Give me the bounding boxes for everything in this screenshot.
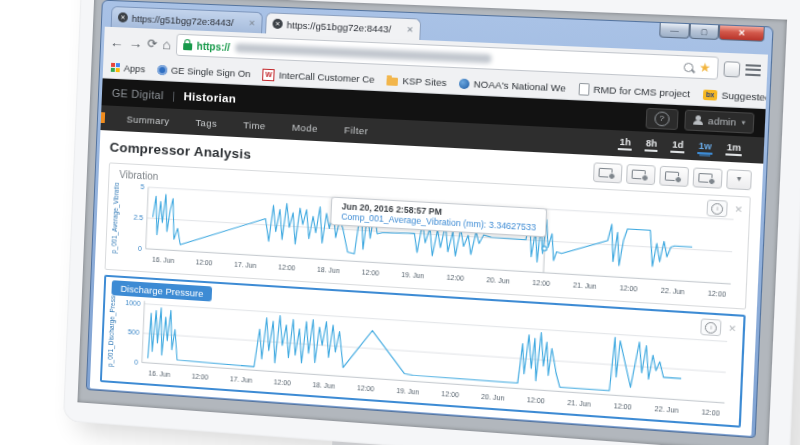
nav-active-marker (101, 112, 105, 123)
tab-close-icon[interactable]: ✕ (248, 18, 255, 27)
monitor-tilt-wrapper: ✕ https://g51bgg72e:8443/ ✕ ✕ https://g5… (0, 0, 800, 445)
chart-tool-button-1[interactable] (593, 162, 623, 183)
svg-text:12:00: 12:00 (708, 289, 727, 297)
bookmark-suggested-sites[interactable]: bxSuggested Sites (703, 88, 768, 104)
tab-title: https://g51bgg72e:8443/ (286, 19, 402, 35)
browser-body: ← → ⟳ ⌂ https:// ★ (90, 27, 768, 436)
minimize-button[interactable]: — (659, 23, 690, 39)
svg-text:12:00: 12:00 (701, 408, 720, 416)
back-button[interactable]: ← (110, 35, 124, 50)
brand-ge-digital: GE Digital (112, 86, 164, 100)
nav-item-tags[interactable]: Tags (195, 117, 217, 129)
page-content: Compressor Analysis ▾ Vibration i ✕ (90, 130, 763, 428)
blurred-url-text (235, 43, 492, 63)
home-button[interactable]: ⌂ (162, 37, 171, 51)
chevron-down-icon: ▾ (741, 118, 745, 127)
time-range-1w[interactable]: 1w (697, 140, 713, 154)
browser-window: ✕ https://g51bgg72e:8443/ ✕ ✕ https://g5… (86, 0, 774, 438)
svg-text:12:00: 12:00 (614, 402, 633, 410)
search-icon[interactable] (684, 62, 694, 72)
svg-text:1000: 1000 (125, 299, 141, 307)
nav-item-time[interactable]: Time (243, 119, 266, 131)
monitor-bezel: ✕ https://g51bgg72e:8443/ ✕ ✕ https://g5… (63, 0, 800, 445)
time-range-1h[interactable]: 1h (618, 137, 632, 151)
bookmark-label: Apps (124, 62, 146, 74)
bookmark-apps[interactable]: Apps (111, 62, 146, 75)
https-lock-icon (183, 43, 192, 50)
close-panel-icon[interactable]: ✕ (734, 204, 743, 215)
screen-desktop: ✕ https://g51bgg72e:8443/ ✕ ✕ https://g5… (77, 0, 787, 445)
chart-tool-button-2[interactable] (626, 163, 656, 184)
svg-text:500: 500 (128, 329, 140, 337)
svg-text:12:00: 12:00 (446, 273, 464, 281)
apps-grid-icon (111, 63, 120, 72)
svg-text:21. Jun: 21. Jun (567, 399, 591, 408)
svg-text:12:00: 12:00 (527, 396, 545, 404)
close-window-button[interactable]: ✕ (718, 25, 764, 42)
svg-text:21. Jun: 21. Jun (573, 281, 597, 290)
svg-text:12:00: 12:00 (357, 384, 375, 392)
svg-text:12:00: 12:00 (196, 258, 214, 266)
intercall-w-icon: W (262, 68, 275, 81)
svg-text:22. Jun: 22. Jun (661, 286, 686, 295)
tab-close-icon[interactable]: ✕ (406, 25, 413, 34)
svg-text:12:00: 12:00 (362, 268, 380, 276)
bookmark-label: KSP Sites (402, 75, 447, 88)
time-range-1d[interactable]: 1d (671, 139, 685, 153)
svg-text:12:00: 12:00 (619, 284, 638, 292)
bookmark-star-icon[interactable]: ★ (699, 61, 711, 74)
scatter-chart-settings-icon (665, 171, 679, 181)
nav-item-mode[interactable]: Mode (292, 122, 318, 134)
svg-text:18. Jun: 18. Jun (312, 381, 335, 390)
nav-item-filter[interactable]: Filter (344, 124, 369, 136)
svg-text:12:00: 12:00 (441, 390, 459, 398)
nav-item-summary[interactable]: Summary (126, 113, 169, 126)
time-range-1m[interactable]: 1m (725, 142, 742, 156)
brand-divider: | (172, 89, 176, 101)
bookmark-label: RMD for CMS project (593, 84, 690, 100)
svg-text:18. Jun: 18. Jun (317, 265, 340, 273)
document-icon (578, 82, 589, 95)
menu-hamburger-icon[interactable] (745, 64, 761, 76)
photo-background: ✕ https://g51bgg72e:8443/ ✕ ✕ https://g5… (0, 0, 800, 445)
svg-text:12:00: 12:00 (532, 279, 551, 287)
bookmark-rmd-for-cms-project[interactable]: RMD for CMS project (578, 82, 690, 100)
svg-text:19. Jun: 19. Jun (401, 271, 425, 279)
forward-button[interactable]: → (128, 36, 142, 51)
info-icon: i (711, 202, 723, 214)
chart-tool-button-3[interactable] (659, 165, 689, 186)
help-icon: ? (654, 111, 670, 126)
url-protocol: https:// (197, 40, 231, 52)
svg-text:19. Jun: 19. Jun (396, 387, 419, 396)
trend-chart-settings-icon (598, 167, 612, 177)
chart-tool-button-4[interactable] (693, 167, 723, 188)
historian-favicon: ✕ (272, 19, 283, 30)
page-title: Compressor Analysis (109, 139, 251, 161)
brand-historian: Historian (183, 90, 236, 105)
bookmark-ksp-sites[interactable]: KSP Sites (387, 74, 447, 88)
bookmark-label: GE Single Sign On (171, 65, 251, 80)
bookmark-intercall-customer-ce[interactable]: WInterCall Customer Ce (262, 68, 374, 85)
reload-button[interactable]: ⟳ (147, 37, 157, 49)
help-button[interactable]: ? (645, 107, 678, 129)
svg-text:16. Jun: 16. Jun (148, 369, 171, 377)
extension-icon[interactable] (723, 61, 740, 77)
noaa-globe-icon (459, 78, 470, 89)
bookmark-noaa-s-national-we[interactable]: NOAA's National We (459, 78, 566, 94)
chart-toolbar-expand-button[interactable]: ▾ (726, 169, 752, 190)
bookmark-label: InterCall Customer Ce (279, 69, 375, 84)
maximize-button[interactable]: ▢ (689, 24, 719, 40)
info-button[interactable]: i (701, 318, 722, 336)
user-avatar-icon (693, 115, 703, 125)
svg-text:17. Jun: 17. Jun (230, 375, 253, 383)
time-range-8h[interactable]: 8h (644, 138, 658, 152)
svg-text:20. Jun: 20. Jun (486, 276, 510, 284)
svg-text:2.5: 2.5 (133, 214, 143, 221)
area-chart-settings-icon (698, 172, 712, 182)
info-button[interactable]: i (707, 200, 728, 218)
bookmark-label: Suggested Sites (721, 89, 768, 104)
historian-app: GE Digital | Historian ? admin ▾ (90, 78, 766, 435)
bookmark-ge-single-sign-on[interactable]: GE Single Sign On (157, 64, 251, 79)
close-panel-icon[interactable]: ✕ (728, 323, 737, 334)
user-menu-button[interactable]: admin ▾ (684, 109, 755, 133)
